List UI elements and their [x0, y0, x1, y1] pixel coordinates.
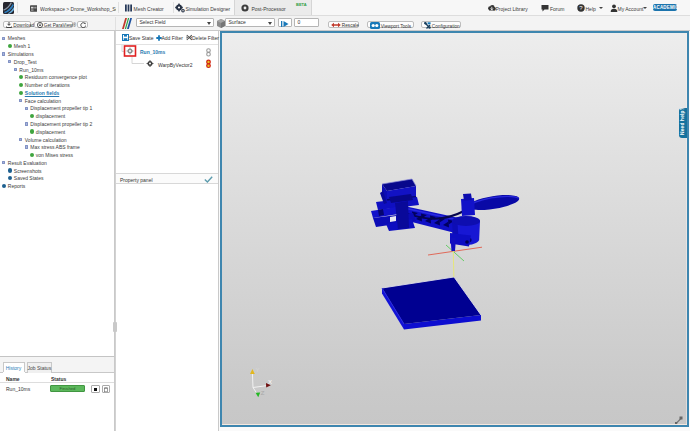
svg-text:Y: Y — [256, 367, 260, 373]
svg-text:Z: Z — [261, 390, 265, 396]
svg-text:X: X — [268, 379, 272, 385]
